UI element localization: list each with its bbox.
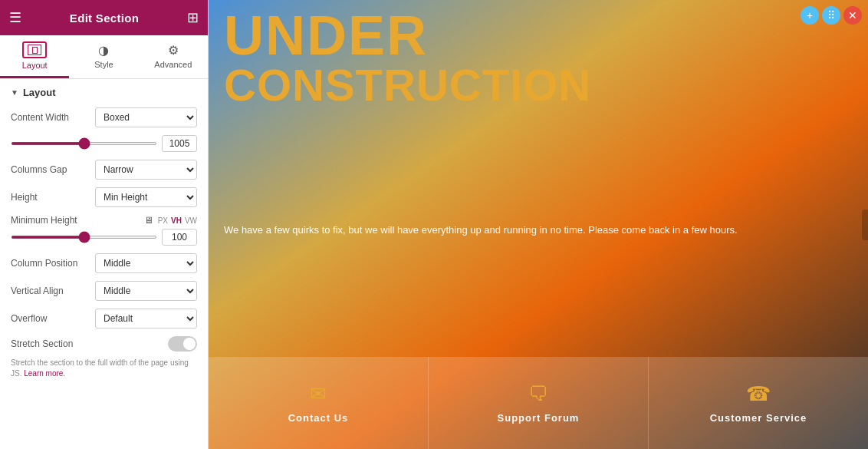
panel-title: Edit Section (70, 12, 139, 25)
min-height-value-input[interactable] (162, 229, 197, 246)
unit-px[interactable]: PX (158, 216, 168, 225)
content-width-select[interactable]: Boxed Full Width (95, 107, 197, 127)
stretch-section-row: Stretch Section NO (11, 336, 197, 352)
card-customer-service-label: Customer Service (710, 412, 807, 424)
overflow-label: Overflow (11, 313, 95, 324)
tab-advanced-label: Advanced (154, 60, 192, 69)
support-icon: 🗨 (528, 382, 548, 406)
column-position-select[interactable]: Top Middle Bottom (95, 253, 197, 273)
min-height-slider-row (11, 229, 197, 246)
vertical-align-label: Vertical Align (11, 286, 95, 296)
panel-content: ▼ Layout Content Width Boxed Full Width … (0, 79, 208, 449)
uc-subtitle: We have a few quirks to fix, but we will… (224, 223, 853, 238)
vertical-align-row: Vertical Align Top Middle Bottom (11, 281, 197, 301)
section-title-text: Layout (23, 87, 56, 98)
overflow-select[interactable]: Default Hidden (95, 309, 197, 328)
vertical-align-control: Top Middle Bottom (95, 281, 197, 301)
columns-gap-control: Narrow Default Extended Wide No Gap (95, 160, 197, 180)
columns-gap-label: Columns Gap (11, 164, 95, 175)
column-position-label: Column Position (11, 258, 95, 269)
columns-gap-select[interactable]: Narrow Default Extended Wide No Gap (95, 160, 197, 180)
card-contact: ✉ Contact Us (209, 357, 429, 449)
min-height-label: Minimum Height (11, 215, 140, 226)
tab-style-label: Style (94, 60, 113, 69)
panel-header: ☰ Edit Section ⊞ (0, 0, 208, 35)
contact-icon: ✉ (310, 382, 327, 406)
under-construction-block: UNDER CONSTRUCTION (224, 8, 591, 107)
width-slider-wrap (11, 142, 157, 145)
content-width-label: Content Width (11, 112, 95, 123)
right-panel: + ⠿ ✕ UNDER CONSTRUCTION We have a few q… (209, 0, 868, 449)
columns-gap-row: Columns Gap Narrow Default Extended Wide… (11, 160, 197, 180)
stretch-hint: Stretch the section to the full width of… (11, 358, 197, 379)
overflow-row: Overflow Default Hidden (11, 309, 197, 328)
uc-line1: UNDER (224, 8, 591, 63)
advanced-tab-icon: ⚙ (168, 43, 179, 58)
card-customer-service: ☎ Customer Service (649, 357, 868, 449)
uc-line2: CONSTRUCTION (224, 63, 591, 107)
tab-advanced[interactable]: ⚙ Advanced (139, 35, 208, 78)
resize-handle[interactable] (862, 210, 868, 240)
stretch-toggle-text: NO (185, 341, 194, 348)
height-label: Height (11, 192, 95, 203)
section-arrow: ▼ (11, 88, 18, 97)
width-slider[interactable] (11, 142, 157, 145)
card-support-label: Support Forum (498, 412, 580, 424)
stretch-learn-more-link[interactable]: Learn more. (24, 369, 65, 378)
layout-tab-icon (22, 41, 47, 58)
overflow-control: Default Hidden (95, 309, 197, 328)
grid-icon[interactable]: ⊞ (187, 9, 199, 26)
unit-vh[interactable]: VH (171, 216, 182, 225)
add-button[interactable]: + (801, 6, 819, 25)
height-row: Height Min Height Fit To Screen Default (11, 187, 197, 207)
stretch-section-label: Stretch Section (11, 338, 168, 349)
stretch-toggle[interactable]: NO (168, 336, 197, 352)
content-width-row: Content Width Boxed Full Width (11, 107, 197, 127)
tabs-row: Layout ◑ Style ⚙ Advanced (0, 35, 208, 79)
tab-layout-label: Layout (22, 61, 48, 70)
style-tab-icon: ◑ (98, 43, 109, 58)
unit-vw[interactable]: VW (185, 216, 197, 225)
column-position-control: Top Middle Bottom (95, 253, 197, 273)
min-height-slider-wrap (11, 236, 157, 239)
height-select[interactable]: Min Height Fit To Screen Default (95, 187, 197, 207)
column-position-row: Column Position Top Middle Bottom (11, 253, 197, 273)
content-width-control: Boxed Full Width (95, 107, 197, 127)
tab-style[interactable]: ◑ Style (69, 35, 138, 78)
tab-layout[interactable]: Layout (0, 35, 69, 78)
vertical-align-select[interactable]: Top Middle Bottom (95, 281, 197, 301)
height-control: Min Height Fit To Screen Default (95, 187, 197, 207)
toolbar-bar: + ⠿ ✕ (794, 0, 868, 31)
width-slider-row (11, 135, 197, 152)
left-panel: ☰ Edit Section ⊞ Layout ◑ Style ⚙ Advanc… (0, 0, 209, 449)
bottom-cards: ✉ Contact Us 🗨 Support Forum ☎ Customer … (209, 357, 868, 449)
card-support: 🗨 Support Forum (429, 357, 649, 449)
card-contact-label: Contact Us (288, 412, 349, 424)
unit-selector: PX VH VW (158, 216, 197, 225)
width-value-input[interactable] (162, 135, 197, 152)
customer-service-icon: ☎ (746, 382, 771, 406)
min-height-label-row: Minimum Height 🖥 PX VH VW (11, 215, 197, 226)
section-layout-title: ▼ Layout (11, 87, 197, 98)
close-button[interactable]: ✕ (843, 6, 862, 25)
move-button[interactable]: ⠿ (822, 6, 840, 25)
monitor-icon: 🖥 (144, 215, 153, 226)
menu-icon[interactable]: ☰ (9, 9, 21, 26)
min-height-slider[interactable] (11, 236, 157, 239)
